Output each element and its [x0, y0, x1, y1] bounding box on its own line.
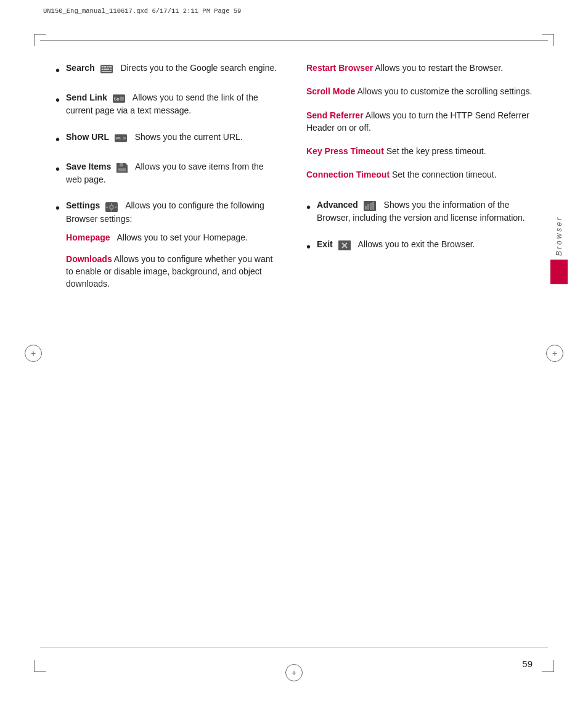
bullet-dot: •: [306, 239, 311, 254]
save-icon: [115, 161, 129, 173]
link-icon: Go: [112, 92, 126, 104]
bullet-dot: •: [55, 92, 60, 107]
right-item-title: Send Referrer: [306, 110, 364, 120]
item-title: Settings: [66, 200, 100, 210]
svg-rect-26: [365, 206, 367, 210]
sub-title: Downloads: [66, 254, 112, 264]
list-item: • Settings: [55, 199, 282, 298]
bullet-dot: •: [306, 200, 311, 215]
right-item-content: Key Press Timeout Set the key press time…: [306, 145, 533, 157]
right-list-item: Key Press Timeout Set the key press time…: [306, 145, 533, 157]
right-list-item: Scroll Mode Allows you to customize the …: [306, 85, 533, 97]
svg-rect-16: [118, 168, 126, 171]
divider-bottom: [40, 647, 548, 647]
bullet-dot: •: [55, 200, 60, 215]
svg-rect-23: [106, 207, 108, 208]
svg-rect-22: [111, 210, 112, 211]
svg-rect-27: [367, 204, 369, 210]
svg-rect-4: [109, 66, 112, 68]
bullet-dot: •: [55, 63, 60, 78]
svg-rect-1: [101, 66, 103, 68]
divider-top: [40, 40, 548, 41]
page-container: UN150_Eng_manual_110617.qxd 6/17/11 2:11…: [0, 0, 588, 706]
item-title: Send Link: [66, 92, 107, 102]
svg-rect-8: [101, 72, 112, 73]
right-item-title: Restart Browser: [306, 63, 373, 73]
svg-rect-29: [372, 202, 374, 210]
item-content: Show URL URL Shows you the current URL.: [66, 131, 243, 144]
right-item-title: Key Press Timeout: [306, 146, 384, 156]
right-list-item: Restart Browser Allows you to restart th…: [306, 62, 533, 74]
bullet-dot: •: [55, 162, 60, 176]
two-column-layout: • Search: [55, 62, 533, 312]
svg-rect-17: [120, 163, 123, 166]
corner-mark-br: [542, 660, 554, 672]
header-text: UN150_Eng_manual_110617.qxd 6/17/11 2:11…: [43, 7, 241, 15]
right-item-content: Connection Timeout Set the connection ti…: [306, 168, 533, 181]
reg-mark-left: [25, 345, 42, 362]
bullet-dot: •: [55, 132, 60, 147]
item-content: Save Items Allows you to save items from…: [66, 160, 282, 186]
svg-rect-7: [110, 69, 112, 71]
list-item: • Exit Allows you to exit the Browser.: [306, 238, 533, 254]
item-content: Exit Allows you to exit the Browser.: [317, 238, 475, 251]
item-content: Send Link Go Allows you to send the link…: [66, 91, 282, 117]
right-item-content: Restart Browser Allows you to restart th…: [306, 62, 533, 74]
sub-title: Homepage: [66, 232, 110, 242]
right-item-title: Connection Timeout: [306, 170, 390, 179]
svg-point-20: [110, 206, 113, 208]
exit-icon: [337, 239, 352, 251]
svg-rect-24: [115, 207, 117, 208]
main-content: • Search: [55, 62, 533, 644]
svg-rect-11: [120, 97, 124, 101]
list-item: • Send Link Go Allows you to send the li…: [55, 91, 282, 117]
reg-mark-bottom: [285, 664, 303, 681]
item-content: Settings All: [66, 199, 282, 298]
list-item: • Advanced Shows you th: [306, 199, 533, 224]
settings-icon: [104, 200, 119, 213]
svg-rect-2: [104, 66, 105, 68]
right-list-item: Connection Timeout Set the connection ti…: [306, 168, 533, 181]
url-icon: URL: [113, 131, 128, 144]
right-item-desc: Allows you to customize the scrolling se…: [357, 86, 532, 96]
sub-description: Allows you to set your Homepage.: [112, 232, 247, 242]
item-title: Advanced: [317, 200, 358, 210]
sidebar-label: Browser: [549, 216, 570, 284]
item-title: Search: [66, 63, 95, 73]
item-content: Advanced Shows you the information of th…: [317, 199, 533, 224]
corner-mark-bl: [34, 660, 46, 672]
sidebar-text: Browser: [555, 216, 563, 256]
svg-rect-28: [370, 203, 372, 210]
page-number: 59: [522, 659, 533, 669]
settings-sub-items: Homepage Allows you to set your Homepage…: [66, 231, 282, 290]
svg-text:Go: Go: [113, 97, 120, 102]
right-item-content: Scroll Mode Allows you to customize the …: [306, 85, 533, 97]
right-item-content: Send Referrer Allows you to turn the HTT…: [306, 109, 533, 134]
right-item-desc: Set the connection timeout.: [392, 170, 497, 179]
search-icon: [99, 62, 114, 75]
settings-sub-item: Downloads Allows you to configure whethe…: [66, 253, 282, 290]
sidebar-bar: [550, 260, 568, 284]
advanced-icon: [362, 199, 377, 211]
svg-rect-14: [123, 137, 126, 140]
left-column: • Search: [55, 62, 282, 312]
right-column: Restart Browser Allows you to restart th…: [306, 62, 533, 312]
right-list-item: Send Referrer Allows you to turn the HTT…: [306, 109, 533, 134]
item-title: Exit: [317, 239, 333, 249]
svg-text:URL: URL: [115, 136, 121, 140]
list-item: • Save Items Allows you to save items fr…: [55, 160, 282, 186]
svg-rect-3: [107, 66, 108, 68]
item-title: Show URL: [66, 132, 109, 142]
settings-sub-item: Homepage Allows you to set your Homepage…: [66, 231, 282, 244]
right-item-desc: Allows you to restart the Browser.: [375, 63, 503, 73]
right-item-title: Scroll Mode: [306, 86, 355, 96]
svg-rect-5: [101, 69, 103, 71]
svg-rect-21: [111, 203, 112, 205]
item-content: Search: [66, 62, 277, 75]
right-item-desc: Set the key press timeout.: [386, 146, 486, 156]
reg-mark-right: [546, 345, 563, 362]
list-item: • Show URL URL Shows you the current URL…: [55, 131, 282, 147]
svg-rect-6: [104, 69, 108, 71]
list-item: • Search: [55, 62, 282, 78]
item-title: Save Items: [66, 162, 111, 171]
